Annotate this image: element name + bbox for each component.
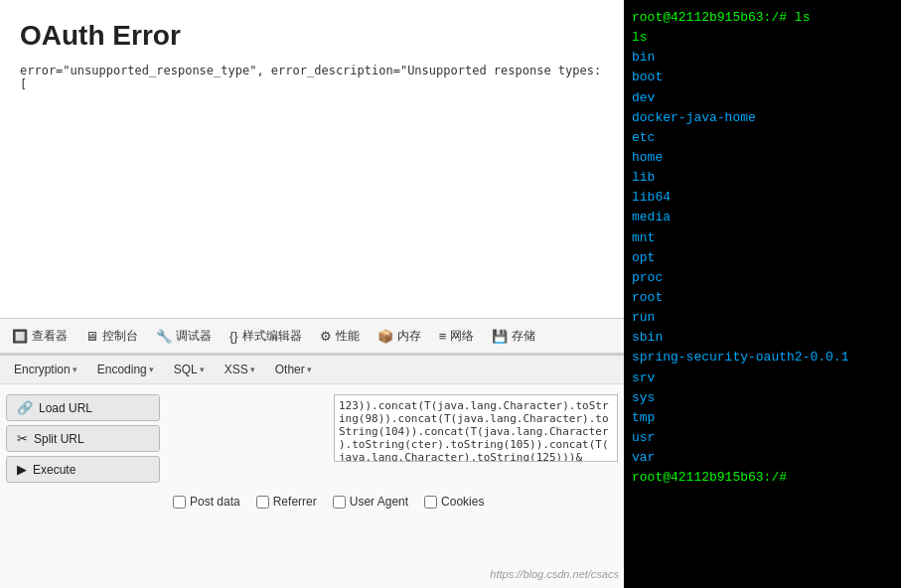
tab-debugger[interactable]: 🔧 调试器: [148, 324, 220, 349]
terminal-line: lib64: [632, 188, 893, 208]
style-icon: {}: [229, 329, 238, 344]
terminal-line: proc: [632, 268, 893, 288]
split-url-button[interactable]: ✂ Split URL: [6, 425, 160, 452]
left-panel: OAuth Error error="unsupported_response_…: [0, 0, 624, 588]
execute-label: Execute: [33, 463, 75, 477]
inspector-icon: 🔲: [12, 329, 28, 344]
split-url-label: Split URL: [34, 432, 84, 446]
menu-other[interactable]: Other ▾: [267, 360, 320, 379]
user-agent-checkbox[interactable]: [333, 496, 346, 509]
other-arrow: ▾: [307, 365, 312, 374]
hackbar-buttons: 🔗 Load URL ✂ Split URL ▶ Execute: [0, 388, 167, 489]
cookies-checkbox-item[interactable]: Cookies: [424, 495, 484, 509]
hackbar-url-input[interactable]: 123)).concat(T(java.lang.Character).toSt…: [334, 394, 618, 462]
terminal-line: run: [632, 308, 893, 328]
post-data-checkbox[interactable]: [173, 496, 186, 509]
console-icon: 🖥: [85, 329, 98, 344]
tab-console-label: 控制台: [102, 328, 138, 345]
menu-sql[interactable]: SQL ▾: [166, 360, 213, 379]
user-agent-label: User Agent: [350, 495, 408, 509]
encoding-label: Encoding: [97, 363, 147, 376]
terminal-line: root@42112b915b63:/#: [632, 468, 893, 488]
terminal-line: usr: [632, 428, 893, 448]
load-url-button[interactable]: 🔗 Load URL: [6, 394, 160, 421]
terminal-line: ls: [632, 28, 893, 48]
encryption-arrow: ▾: [73, 365, 77, 374]
tab-storage-label: 存储: [512, 328, 535, 345]
terminal-panel: root@42112b915b63:/# lslsbinbootdevdocke…: [624, 0, 901, 588]
execute-button[interactable]: ▶ Execute: [6, 456, 160, 483]
terminal-line: spring-security-oauth2-0.0.1: [632, 348, 893, 368]
encoding-arrow: ▾: [149, 365, 154, 374]
terminal-line: tmp: [632, 408, 893, 428]
terminal-line: dev: [632, 88, 893, 108]
hackbar-checkboxes: Post data Referrer User Agent Cookies: [0, 489, 624, 514]
storage-icon: 💾: [492, 329, 508, 344]
devtools-tabs: 🔲 查看器 🖥 控制台 🔧 调试器 {} 样式编辑器 ⚙ 性能 📦 内存 ≡ 网…: [0, 318, 624, 354]
terminal-line: boot: [632, 68, 893, 87]
hackbar-url-area: 123)).concat(T(java.lang.Character).toSt…: [334, 394, 618, 489]
terminal-line: sbin: [632, 328, 893, 348]
tab-performance[interactable]: ⚙ 性能: [312, 324, 368, 349]
terminal-line: sys: [632, 388, 893, 408]
terminal-line: root@42112b915b63:/# ls: [632, 8, 893, 28]
performance-icon: ⚙: [320, 329, 332, 344]
encryption-label: Encryption: [14, 363, 71, 376]
referrer-checkbox[interactable]: [256, 496, 269, 509]
oauth-error-text: error="unsupported_response_type", error…: [20, 64, 604, 91]
tab-memory-label: 内存: [397, 328, 421, 345]
tab-network-label: 网络: [450, 328, 474, 345]
tab-inspector[interactable]: 🔲 查看器: [4, 324, 75, 349]
cookies-label: Cookies: [441, 495, 484, 509]
terminal-line: opt: [632, 248, 893, 268]
watermark: https://blog.csdn.net/csacs: [490, 568, 619, 580]
terminal-line: root: [632, 288, 893, 308]
xss-label: XSS: [225, 363, 248, 376]
menu-encoding[interactable]: Encoding ▾: [89, 360, 162, 379]
terminal-line: srv: [632, 368, 893, 388]
post-data-label: Post data: [190, 495, 240, 509]
load-url-icon: 🔗: [17, 400, 33, 415]
tab-style-editor[interactable]: {} 样式编辑器: [222, 324, 310, 349]
execute-icon: ▶: [17, 462, 27, 477]
terminal-line: docker-java-home: [632, 108, 893, 128]
referrer-label: Referrer: [273, 495, 317, 509]
load-url-label: Load URL: [39, 401, 92, 415]
terminal-line: var: [632, 448, 893, 468]
xss-arrow: ▾: [250, 365, 255, 374]
user-agent-checkbox-item[interactable]: User Agent: [333, 495, 408, 509]
sql-arrow: ▾: [200, 365, 205, 374]
split-url-icon: ✂: [17, 431, 28, 446]
cookies-checkbox[interactable]: [424, 496, 437, 509]
debugger-icon: 🔧: [156, 329, 172, 344]
memory-icon: 📦: [377, 329, 393, 344]
oauth-section: OAuth Error error="unsupported_response_…: [0, 0, 624, 101]
network-icon: ≡: [439, 329, 447, 344]
terminal-line: media: [632, 208, 893, 227]
tab-network[interactable]: ≡ 网络: [431, 324, 483, 349]
tab-performance-label: 性能: [336, 328, 360, 345]
terminal-line: home: [632, 148, 893, 168]
tab-console[interactable]: 🖥 控制台: [77, 324, 146, 349]
sql-label: SQL: [174, 363, 198, 376]
terminal-line: lib: [632, 168, 893, 188]
post-data-checkbox-item[interactable]: Post data: [173, 495, 240, 509]
referrer-checkbox-item[interactable]: Referrer: [256, 495, 317, 509]
menu-encryption[interactable]: Encryption ▾: [6, 360, 85, 379]
menu-xss[interactable]: XSS ▾: [217, 360, 263, 379]
tab-storage[interactable]: 💾 存储: [484, 324, 543, 349]
tab-inspector-label: 查看器: [32, 328, 68, 345]
tab-style-editor-label: 样式编辑器: [242, 328, 302, 345]
tab-debugger-label: 调试器: [176, 328, 212, 345]
terminal-line: bin: [632, 48, 893, 68]
other-label: Other: [275, 363, 305, 376]
terminal-line: etc: [632, 128, 893, 148]
hackbar-menu: Encryption ▾ Encoding ▾ SQL ▾ XSS ▾ Othe…: [0, 356, 624, 384]
hackbar: Encryption ▾ Encoding ▾ SQL ▾ XSS ▾ Othe…: [0, 354, 624, 588]
oauth-title: OAuth Error: [20, 20, 604, 52]
tab-memory[interactable]: 📦 内存: [370, 324, 429, 349]
terminal-line: mnt: [632, 228, 893, 248]
